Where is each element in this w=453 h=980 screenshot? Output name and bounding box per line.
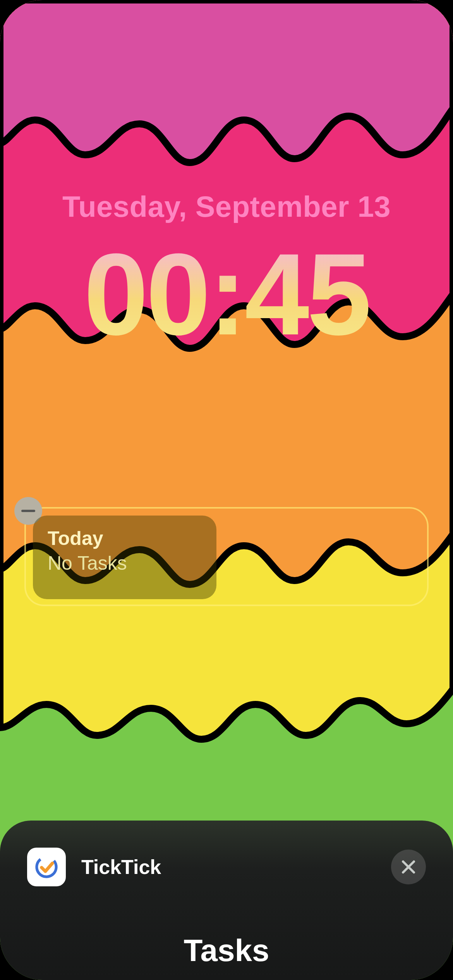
lockscreen-date: Tuesday, September 13 (0, 190, 453, 223)
app-name-label: TickTick (81, 855, 391, 879)
device-frame: Tuesday, September 13 00:45 Today No Tas… (0, 0, 453, 980)
svg-point-1 (33, 853, 60, 881)
gallery-title: Tasks (27, 933, 426, 968)
close-button[interactable] (391, 850, 426, 884)
placed-widget-title: Today (48, 527, 202, 550)
widget-gallery-sheet: TickTick Tasks Get quick access to one o… (0, 821, 453, 980)
screen: Tuesday, September 13 00:45 Today No Tas… (0, 0, 453, 980)
sheet-header: TickTick (27, 848, 426, 886)
placed-widget-today-tasks[interactable]: Today No Tasks (33, 516, 216, 599)
lockscreen-time: 00:45 (0, 236, 453, 352)
lockscreen-widget-slot[interactable]: Today No Tasks (24, 507, 429, 606)
close-icon (400, 858, 417, 875)
ticktick-app-icon (27, 848, 66, 886)
placed-widget-subtitle: No Tasks (48, 552, 202, 574)
